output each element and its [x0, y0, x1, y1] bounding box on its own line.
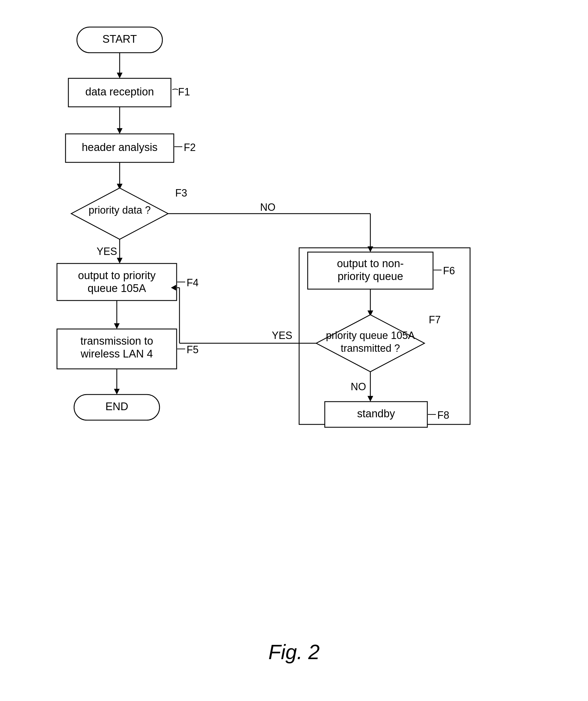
- f1-ref-line: [172, 89, 178, 90]
- arrowhead-start-f1: [117, 73, 123, 78]
- arrowhead-f7-no: [368, 396, 373, 402]
- yes-label-f3: YES: [96, 246, 117, 257]
- f5-label-line1: transmission to: [80, 335, 153, 347]
- f7-label-line2: transmitted ?: [341, 342, 400, 354]
- yes-label-f7: YES: [272, 329, 292, 341]
- f3-ref: F3: [175, 187, 187, 199]
- f5-label-line2: wireless LAN 4: [80, 348, 153, 360]
- diagram-container: START data reception F1 header analysis …: [0, 11, 588, 681]
- f4-ref: F4: [187, 277, 199, 288]
- f4-label-line1: output to priority: [78, 269, 156, 281]
- start-label: START: [102, 33, 137, 45]
- f7-ref: F7: [429, 314, 441, 325]
- f2-label: header analysis: [82, 141, 158, 153]
- fig-label: Fig. 2: [268, 640, 320, 664]
- f6-label-line2: priority queue: [338, 270, 403, 282]
- arrowhead-f3-no: [368, 246, 373, 252]
- f3-label: priority data ?: [88, 204, 151, 216]
- arrowhead-f4-f5: [114, 323, 120, 329]
- f2-ref: F2: [184, 142, 196, 153]
- arrowhead-f3-yes: [117, 258, 123, 263]
- arrowhead-f5-end: [114, 389, 120, 395]
- no-label-f7: NO: [351, 381, 366, 393]
- arrowhead-f1-f2: [117, 128, 123, 134]
- f7-label-line1: priority queue 105A: [326, 329, 415, 341]
- f6-label-line1: output to non-: [337, 257, 404, 269]
- f4-label-line2: queue 105A: [88, 282, 147, 294]
- f5-ref: F5: [187, 344, 199, 356]
- f1-ref: F1: [178, 86, 190, 98]
- f8-label: standby: [357, 408, 395, 420]
- f8-ref: F8: [437, 409, 449, 421]
- f1-label: data reception: [85, 86, 154, 98]
- no-label-f3: NO: [260, 201, 275, 213]
- f6-ref: F6: [443, 265, 455, 277]
- f4-box: [57, 263, 177, 300]
- end-label: END: [106, 401, 128, 413]
